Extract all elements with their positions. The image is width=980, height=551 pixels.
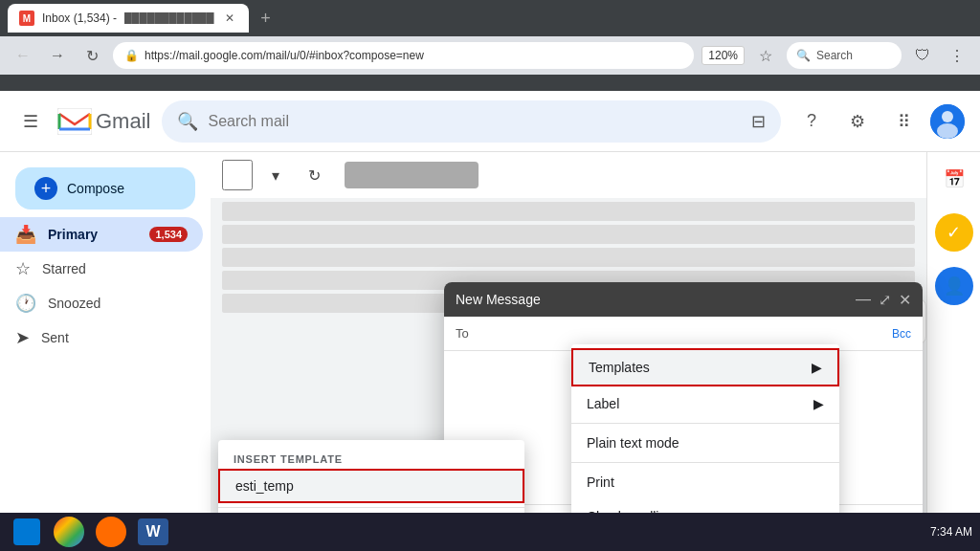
header-icons: ? ⚙ ⠿	[792, 102, 965, 141]
templates-menu-item[interactable]: Templates ▶	[571, 348, 839, 386]
tab-favicon: M	[19, 11, 34, 26]
plain-text-label: Plain text mode	[587, 435, 679, 451]
select-all-checkbox[interactable]	[222, 160, 253, 190]
compose-minimize-button[interactable]: —	[856, 291, 871, 309]
sidebar-item-primary-label: Primary	[48, 227, 98, 242]
gmail-logo: Gmail	[57, 108, 150, 135]
address-bar[interactable]: 🔒 https://mail.google.com/mail/u/0/#inbo…	[113, 42, 694, 69]
compose-expand-button[interactable]: ⤢	[879, 291, 891, 309]
avatar-image	[930, 104, 965, 139]
select-dropdown-button[interactable]: ▾	[260, 160, 291, 190]
word-icon: W	[138, 518, 168, 545]
browser-titlebar: M Inbox (1,534) - ████████████ ✕ +	[0, 0, 980, 36]
tasks-icon-button[interactable]: ✓	[935, 213, 973, 252]
filter-icon[interactable]: ⊟	[751, 111, 766, 132]
gmail-m-icon	[57, 108, 92, 135]
sidebar-item-primary[interactable]: 📥 Primary 1,534	[0, 217, 203, 252]
main-toolbar: ▾ ↻	[211, 152, 926, 198]
svg-point-3	[937, 123, 958, 139]
chrome-icon	[54, 517, 84, 547]
tab-close-button[interactable]: ✕	[222, 11, 237, 26]
email-row-placeholder	[222, 248, 915, 267]
avatar[interactable]	[930, 104, 965, 139]
calendar-icon-button[interactable]: 📅	[935, 160, 973, 198]
forward-button[interactable]: →	[44, 42, 71, 69]
refresh-button[interactable]: ↻	[78, 42, 105, 69]
duolingo-icon	[96, 517, 126, 547]
label-arrow: ▶	[813, 396, 824, 411]
back-button[interactable]: ←	[10, 42, 36, 69]
search-input[interactable]	[208, 113, 742, 130]
taskbar-browser-item[interactable]	[50, 515, 88, 549]
browser-toolbar: ← → ↻ 🔒 https://mail.google.com/mail/u/0…	[0, 36, 980, 75]
plain-text-mode-item[interactable]: Plain text mode	[571, 426, 839, 460]
zoom-level[interactable]: 120%	[702, 46, 745, 65]
insert-template-section-header: INSERT TEMPLATE	[218, 448, 524, 469]
templates-label: Templates	[589, 360, 650, 375]
sidebar-item-snoozed-label: Snoozed	[48, 296, 100, 311]
search-filter-area[interactable]	[345, 162, 479, 188]
menu-divider-1	[218, 507, 524, 508]
print-item[interactable]: Print	[571, 465, 839, 499]
print-label: Print	[587, 474, 614, 490]
apps-button[interactable]: ⠿	[884, 102, 923, 141]
email-row-placeholder	[222, 202, 915, 221]
sent-icon: ➤	[15, 327, 30, 348]
submenu-divider-1	[571, 423, 839, 424]
shield-button[interactable]: 🛡	[909, 42, 936, 69]
svg-point-2	[942, 111, 953, 122]
templates-arrow: ▶	[812, 360, 822, 375]
windows-icon	[13, 518, 40, 545]
compose-button[interactable]: + Compose	[15, 167, 195, 209]
browser-tab[interactable]: M Inbox (1,534) - ████████████ ✕	[8, 4, 249, 33]
sidebar-item-snoozed[interactable]: 🕐 Snoozed	[0, 286, 203, 320]
browser-search-bar[interactable]: 🔍 Search	[787, 42, 902, 69]
inbox-badge: 1,534	[149, 227, 188, 242]
browser-search-label: Search	[816, 49, 853, 62]
taskbar-start-button[interactable]	[8, 515, 46, 549]
sidebar-item-sent-label: Sent	[41, 330, 69, 345]
bcc-label: Bcc	[892, 327, 911, 341]
compose-close-button[interactable]: ✕	[899, 291, 911, 309]
hamburger-menu-button[interactable]: ☰	[15, 103, 46, 140]
browser-menu-button[interactable]: ⋮	[944, 42, 970, 69]
refresh-emails-button[interactable]: ↻	[299, 160, 329, 190]
gmail-sidebar: + Compose 📥 Primary 1,534 ☆ Starred 🕐 Sn…	[0, 152, 211, 551]
gmail-header: ☰ Gmail 🔍 ⊟ ? ⚙ ⠿	[0, 91, 980, 152]
taskbar-item-owl[interactable]	[92, 515, 130, 549]
taskbar: W 7:34 AM	[0, 513, 980, 551]
taskbar-item-word[interactable]: W	[134, 515, 172, 549]
compose-header: New Message — ⤢ ✕	[444, 282, 923, 317]
tab-title-extra: ████████████	[124, 12, 214, 24]
bookmark-button[interactable]: ☆	[752, 42, 779, 69]
url-display: https://mail.google.com/mail/u/0/#inbox?…	[145, 49, 682, 62]
lock-icon: 🔒	[124, 49, 139, 62]
browser-status-bar	[0, 75, 980, 92]
primary-icon: 📥	[15, 224, 36, 245]
label-menu-item[interactable]: Label ▶	[571, 386, 839, 421]
toolbar-right: ☆ 🔍 Search 🛡 ⋮	[752, 42, 970, 69]
compose-plus-icon: +	[34, 177, 57, 200]
search-icon: 🔍	[177, 111, 198, 132]
submenu-divider-2	[571, 462, 839, 463]
sidebar-item-starred-label: Starred	[42, 261, 86, 276]
sidebar-item-starred[interactable]: ☆ Starred	[0, 252, 203, 286]
gmail-wordmark: Gmail	[96, 109, 150, 134]
help-button[interactable]: ?	[792, 102, 831, 141]
template-item-esti-temp[interactable]: esti_temp	[218, 469, 524, 503]
email-row-placeholder	[222, 225, 915, 244]
new-tab-button[interactable]: +	[253, 5, 279, 32]
label-label: Label	[587, 396, 619, 411]
right-sidebar: 📅 ✓ 👤 +	[926, 152, 980, 551]
tab-title: Inbox (1,534) -	[42, 11, 117, 25]
contacts-icon-button[interactable]: 👤	[935, 267, 973, 305]
compose-title: New Message	[456, 292, 541, 307]
browser-search-icon: 🔍	[796, 49, 811, 62]
taskbar-time: 7:34 AM	[930, 525, 972, 539]
snoozed-icon: 🕐	[15, 293, 36, 314]
sidebar-item-sent[interactable]: ➤ Sent	[0, 320, 203, 355]
gmail-search-bar[interactable]: 🔍 ⊟	[162, 100, 781, 143]
to-label: To	[456, 326, 469, 341]
compose-label: Compose	[67, 181, 124, 196]
settings-button[interactable]: ⚙	[838, 102, 877, 141]
